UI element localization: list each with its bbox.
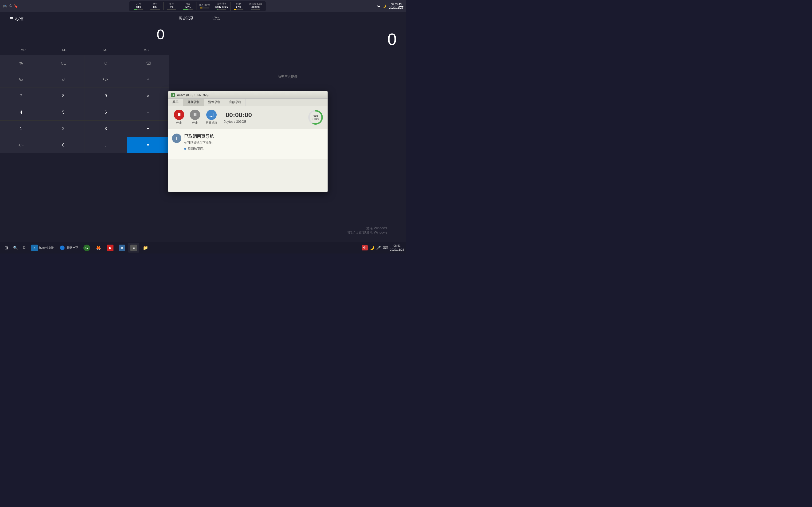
equals-button[interactable]: = xyxy=(127,137,169,153)
system-tray: 🎮 准 🔖 芯片 33% 显卡 0% 显存 0% 内存 56% 硬盘 37°C xyxy=(0,0,406,12)
hamburger-icon[interactable]: ☰ xyxy=(9,16,13,21)
start-icon: ⊞ xyxy=(4,245,8,250)
ie-icon: e xyxy=(31,244,38,251)
ocam-menu-audio[interactable]: 音频录制 xyxy=(225,99,246,106)
decimal-button[interactable]: . xyxy=(85,137,127,153)
seven-button[interactable]: 7 xyxy=(0,88,42,104)
zero-button[interactable]: 0 xyxy=(42,137,84,153)
sqrt-button[interactable]: ²√x xyxy=(85,71,127,88)
taskbar-app-calculator[interactable]: ≡ xyxy=(128,243,139,252)
two-button[interactable]: 2 xyxy=(42,121,84,137)
memory-mminus-button[interactable]: M- xyxy=(101,47,110,53)
calc-buttons: % CE C ⌫ ¹/x x² ²√x ÷ 7 8 9 × 4 5 6 − 1 … xyxy=(0,55,169,153)
ocam-info-title: 已取消网页导航 xyxy=(184,133,214,139)
ocam-info-icon: i xyxy=(172,133,182,143)
windows-activation: 激活 Windows 转到"设置"以激活 Windows xyxy=(348,226,387,235)
svg-rect-2 xyxy=(196,113,196,116)
history-display: 0 xyxy=(169,25,406,54)
taskview-button[interactable]: ⧉ xyxy=(21,243,29,252)
svg-rect-0 xyxy=(177,113,181,116)
ocam-timer: 00:00:00 xyxy=(225,111,252,119)
browser-icon: 🦊 xyxy=(95,244,102,251)
search-app-icon: 🔵 xyxy=(59,244,65,251)
ocam-info-row: i 已取消网页导航 你可以尝试以下操作: 刷新该页面。 xyxy=(172,133,324,151)
svg-rect-4 xyxy=(210,116,212,117)
search-button[interactable]: 🔍 xyxy=(11,244,20,252)
ocam-stop-button[interactable]: 停止 xyxy=(172,109,186,126)
ocam-menu-game[interactable]: 游戏录制 xyxy=(204,99,225,106)
tray-moon-icon: 🌙 xyxy=(383,4,386,8)
tray-mic-icon: 🎤 xyxy=(376,245,381,250)
tab-history[interactable]: 历史记录 xyxy=(169,12,203,25)
minimize-button[interactable]: — xyxy=(397,0,406,12)
memory-ms-button[interactable]: MS xyxy=(141,47,151,53)
ocam-pause-button[interactable]: 停止 xyxy=(188,109,202,126)
svg-rect-5 xyxy=(210,117,213,117)
one-button[interactable]: 1 xyxy=(0,121,42,137)
svg-rect-3 xyxy=(209,113,214,116)
ocam-toolbar: 停止 停止 屏幕捕获 00:00:00 0bytes xyxy=(168,106,327,129)
bullet-dot-icon xyxy=(184,148,186,150)
clear-button[interactable]: C xyxy=(85,55,127,71)
search-icon: 🔍 xyxy=(13,245,18,250)
memory-mplus-button[interactable]: M+ xyxy=(59,47,70,53)
tray-network: 网络↑0 KB/s ↓0 KB/s xyxy=(247,2,264,10)
start-button[interactable]: ⊞ xyxy=(2,244,10,252)
four-button[interactable]: 4 xyxy=(0,104,42,120)
ce-button[interactable]: CE xyxy=(42,55,84,71)
ocam-info-body: 你可以尝试以下操作: xyxy=(184,140,214,145)
taskbar-app-explorer[interactable]: 📁 xyxy=(140,243,151,252)
tray-left: 🎮 准 🔖 xyxy=(3,4,18,8)
calculator-taskbar-icon: ≡ xyxy=(131,244,137,251)
ocam-window: o oCam (0, 3, 1366, 765) 菜单 屏幕录制 游戏录制 音频… xyxy=(168,91,328,192)
taskbar-app-search[interactable]: 🔵 搜索一下 xyxy=(57,243,81,252)
tray-disk: 硬盘 37°C xyxy=(196,3,213,9)
ocam-menu-menu[interactable]: 菜单 xyxy=(168,99,183,106)
six-button[interactable]: 6 xyxy=(85,104,127,120)
ocam-time-section: 00:00:00 0bytes / 306GB xyxy=(224,111,252,123)
tray-io: 读 0 KB/s 写 37 KB/s xyxy=(213,2,231,11)
divide-button[interactable]: ÷ xyxy=(127,71,169,88)
add-button[interactable]: + xyxy=(127,121,169,137)
tray-app-icon: 🎮 xyxy=(3,4,7,8)
ocam-bullet: 刷新该页面。 xyxy=(184,147,214,151)
three-button[interactable]: 3 xyxy=(85,121,127,137)
percent-button[interactable]: % xyxy=(0,55,42,71)
eight-button[interactable]: 8 xyxy=(42,88,84,104)
memory-mr-button[interactable]: MR xyxy=(18,47,29,53)
square-button[interactable]: x² xyxy=(42,71,84,88)
ocam-app-icon: o xyxy=(171,93,175,97)
taskbar-app-browser[interactable]: 🦊 xyxy=(93,243,104,252)
ocam-capture-button[interactable]: 屏幕捕获 xyxy=(204,109,219,126)
negate-button[interactable]: +/− xyxy=(0,137,42,153)
tray-bookmark-icon: 🔖 xyxy=(14,4,18,8)
ocam-info-text: 已取消网页导航 你可以尝试以下操作: 刷新该页面。 xyxy=(184,133,214,151)
reciprocal-button[interactable]: ¹/x xyxy=(0,71,42,88)
stop-icon xyxy=(174,110,184,120)
tab-memory[interactable]: 记忆 xyxy=(203,12,229,25)
calc-title: ☰ 标准 xyxy=(5,15,164,22)
tray-center: 芯片 33% 显卡 0% 显存 0% 内存 56% 硬盘 37°C 读 0 KB… xyxy=(129,1,266,11)
ocam-content: i 已取消网页导航 你可以尝试以下操作: 刷新该页面。 xyxy=(168,129,327,159)
nine-button[interactable]: 9 xyxy=(85,88,127,104)
explorer-icon: 📁 xyxy=(142,244,149,251)
tray-gpu: 显卡 0% xyxy=(147,2,163,10)
backspace-button[interactable]: ⌫ xyxy=(127,55,169,71)
calculator: ☰ 标准 0 MR M+ M- MS % CE C ⌫ ¹/x x² ²√x ÷… xyxy=(0,12,169,253)
taskview-icon: ⧉ xyxy=(23,245,26,250)
taskbar-app-green[interactable]: G xyxy=(81,243,92,252)
subtract-button[interactable]: − xyxy=(127,104,169,120)
tray-ram: 内存 56% xyxy=(180,2,196,10)
taskbar-app-mail[interactable]: ✉ xyxy=(116,243,128,252)
ime-icon[interactable]: 中 xyxy=(362,245,368,250)
tray-battery: 电池 27% xyxy=(231,2,247,10)
taskbar-app-hdmi[interactable]: e hdmi转换器 xyxy=(29,243,56,252)
taskbar-apps: ⧉ e hdmi转换器 🔵 搜索一下 G 🦊 xyxy=(21,243,151,252)
taskbar: ⊞ 🔍 ⧉ e hdmi转换器 🔵 搜索一下 G xyxy=(0,242,406,253)
multiply-button[interactable]: × xyxy=(127,88,169,104)
ocam-menu-bar: 菜单 屏幕录制 游戏录制 音频录制 xyxy=(168,99,327,106)
ocam-menu-screen[interactable]: 屏幕录制 xyxy=(183,99,204,106)
taskbar-app-red[interactable]: ▶ xyxy=(105,243,116,252)
calc-header: ☰ 标准 xyxy=(0,12,169,24)
five-button[interactable]: 5 xyxy=(42,104,84,120)
